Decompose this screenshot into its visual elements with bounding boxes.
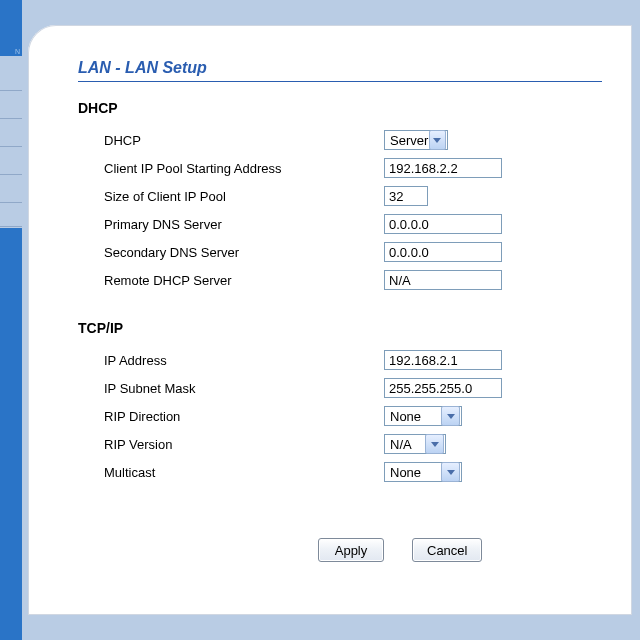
sidebar-logo-fragment: N xyxy=(0,0,22,56)
title-rule xyxy=(78,81,602,82)
main-panel: LAN - LAN Setup DHCP DHCP Server Client … xyxy=(28,25,632,615)
apply-button[interactable]: Apply xyxy=(318,538,384,562)
rip-version-select[interactable]: N/A xyxy=(384,434,446,454)
rip-version-label: RIP Version xyxy=(78,437,384,452)
pool-size-label: Size of Client IP Pool xyxy=(78,189,384,204)
dhcp-mode-select[interactable]: Server xyxy=(384,130,448,150)
remote-dhcp-label: Remote DHCP Server xyxy=(78,273,384,288)
multicast-value: None xyxy=(385,465,441,480)
secondary-dns-label: Secondary DNS Server xyxy=(78,245,384,260)
page-title: LAN - LAN Setup xyxy=(78,59,632,77)
rip-version-value: N/A xyxy=(385,437,425,452)
ip-address-label: IP Address xyxy=(78,353,384,368)
cancel-button[interactable]: Cancel xyxy=(412,538,482,562)
primary-dns-input[interactable] xyxy=(384,214,502,234)
rip-direction-label: RIP Direction xyxy=(78,409,384,424)
secondary-dns-input[interactable] xyxy=(384,242,502,262)
chevron-down-icon xyxy=(429,130,446,150)
rip-direction-value: None xyxy=(385,409,441,424)
multicast-select[interactable]: None xyxy=(384,462,462,482)
section-heading-tcpip: TCP/IP xyxy=(78,320,632,336)
sidebar-active-block xyxy=(0,228,22,640)
pool-size-input[interactable] xyxy=(384,186,428,206)
chevron-down-icon xyxy=(441,406,460,426)
dhcp-mode-label: DHCP xyxy=(78,133,384,148)
left-sidebar: N xyxy=(0,0,22,640)
subnet-mask-label: IP Subnet Mask xyxy=(78,381,384,396)
pool-start-label: Client IP Pool Starting Address xyxy=(78,161,384,176)
dhcp-mode-value: Server xyxy=(385,133,429,148)
remote-dhcp-input[interactable] xyxy=(384,270,502,290)
subnet-mask-input[interactable] xyxy=(384,378,502,398)
chevron-down-icon xyxy=(425,434,444,454)
chevron-down-icon xyxy=(441,462,460,482)
primary-dns-label: Primary DNS Server xyxy=(78,217,384,232)
pool-start-input[interactable] xyxy=(384,158,502,178)
ip-address-input[interactable] xyxy=(384,350,502,370)
section-heading-dhcp: DHCP xyxy=(78,100,632,116)
multicast-label: Multicast xyxy=(78,465,384,480)
rip-direction-select[interactable]: None xyxy=(384,406,462,426)
